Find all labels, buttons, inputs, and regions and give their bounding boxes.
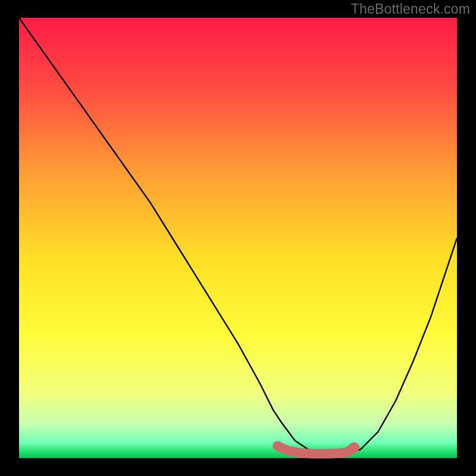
chart-svg (0, 0, 476, 476)
watermark-text: TheBottleneck.com (351, 1, 470, 17)
chart-canvas: TheBottleneck.com (0, 0, 476, 476)
optimal-range-endpoint (349, 442, 359, 453)
gradient-background (19, 18, 457, 458)
